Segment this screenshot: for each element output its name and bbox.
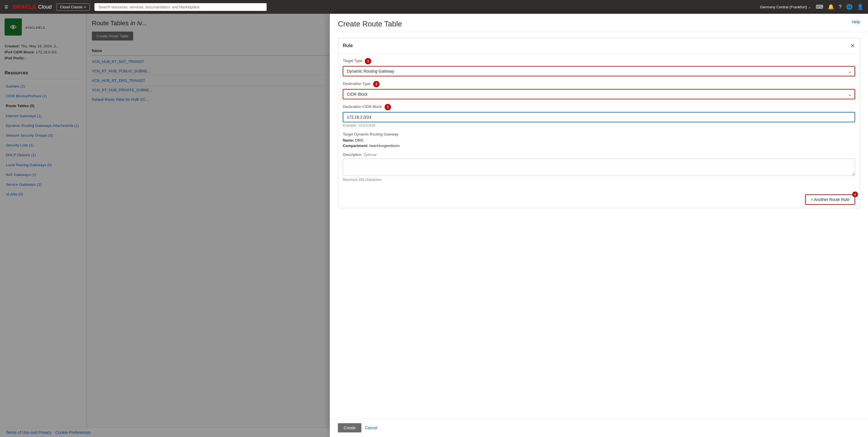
user-icon[interactable]: 👤 [857, 4, 863, 10]
modal-actions: Create Cancel [330, 418, 868, 437]
target-type-group: Target Type 1 Dynamic Routing Gateway [343, 58, 855, 76]
target-type-select-wrapper: Dynamic Routing Gateway [343, 66, 855, 76]
target-type-badge: 1 [365, 58, 371, 64]
oracle-text: ORACLE [13, 4, 36, 10]
destination-cidr-input[interactable] [343, 112, 855, 122]
destination-type-badge: 2 [373, 81, 379, 87]
cidr-hint: Example: 10.0.0.0/24 [343, 123, 855, 127]
modal-header: Create Route Table Help [330, 14, 868, 32]
destination-type-select[interactable]: CIDR Block [343, 89, 855, 99]
modal-spacer [0, 14, 330, 437]
another-rule-badge: 4 [852, 191, 858, 197]
target-type-label: Target Type 1 [343, 58, 855, 64]
create-button[interactable]: Create [338, 423, 361, 432]
search-input[interactable] [94, 3, 267, 11]
description-label: Description Optional [343, 153, 855, 157]
cloud-classic-button[interactable]: Cloud Classic > [56, 3, 90, 11]
destination-cidr-group: Destination CIDR Block 3 Example: 10.0.0… [343, 104, 855, 127]
another-rule-wrap: + Another Route Rule 4 [805, 194, 855, 205]
target-drg-group: Target Dynamic Routing Gateway Name: DRG… [343, 132, 855, 148]
description-group: Description Optional Maximum 255 charact… [343, 153, 855, 182]
cloud-text: Cloud [38, 4, 52, 10]
description-optional: Optional [364, 153, 377, 157]
globe-icon[interactable]: 🌐 [846, 4, 852, 10]
description-textarea[interactable] [343, 158, 855, 176]
description-maxlength: Maximum 255 characters [343, 178, 855, 182]
rule-card: Rule ✕ Target Type 1 Dynamic Routing Gat… [338, 38, 860, 209]
modal-panel: Create Route Table Help Rule ✕ Target Ty… [330, 14, 868, 437]
modal-overlay: Create Route Table Help Rule ✕ Target Ty… [0, 14, 868, 437]
help-icon[interactable]: ? [839, 4, 842, 10]
rule-footer: + Another Route Rule 4 [338, 191, 860, 208]
rule-card-body: Target Type 1 Dynamic Routing Gateway De [338, 54, 860, 191]
oracle-logo: ORACLE Cloud [13, 4, 52, 10]
region-selector[interactable]: Germany Central (Frankfurt) ⌄ [760, 5, 811, 9]
destination-cidr-label: Destination CIDR Block 3 [343, 104, 855, 110]
hamburger-icon[interactable]: ☰ [5, 5, 8, 9]
destination-cidr-badge: 3 [384, 104, 391, 110]
bell-icon[interactable]: 🔔 [828, 4, 834, 10]
help-link[interactable]: Help [851, 20, 860, 24]
destination-type-label: Destination Type 2 [343, 81, 855, 87]
target-type-select[interactable]: Dynamic Routing Gateway [343, 66, 855, 76]
nav-right: Germany Central (Frankfurt) ⌄ ⌨ 🔔 ? 🌐 👤 [760, 4, 863, 10]
rule-card-header: Rule ✕ [338, 38, 860, 54]
target-drg-compartment: Compartment: IwanHoogendoorn [343, 144, 855, 148]
cancel-button[interactable]: Cancel [365, 426, 377, 430]
target-drg-label: Target Dynamic Routing Gateway [343, 132, 855, 136]
target-drg-name: Name: DRG [343, 138, 855, 143]
destination-type-group: Destination Type 2 CIDR Block [343, 81, 855, 99]
modal-title: Create Route Table [338, 20, 402, 28]
rule-close-button[interactable]: ✕ [850, 42, 855, 49]
dev-tools-icon[interactable]: ⌨ [816, 4, 823, 10]
destination-type-select-wrapper: CIDR Block [343, 89, 855, 99]
rule-card-title: Rule [343, 43, 353, 48]
top-nav: ☰ ORACLE Cloud Cloud Classic > Germany C… [0, 0, 868, 14]
another-route-rule-button[interactable]: + Another Route Rule [805, 194, 855, 205]
modal-body: Rule ✕ Target Type 1 Dynamic Routing Gat… [330, 32, 868, 418]
